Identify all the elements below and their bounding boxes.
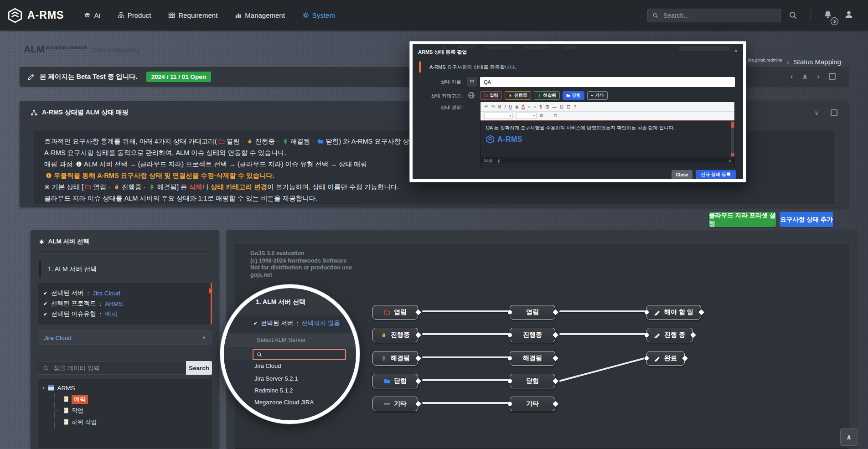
jira-status-node[interactable]: 진행 중 [646,328,693,342]
list-icon[interactable]: ≡ [528,104,531,109]
menu-item-ai[interactable]: Ai [84,11,100,19]
category-node-open[interactable]: 열림 [372,305,418,320]
tree-search-input[interactable] [52,364,181,372]
chip-closed-selected[interactable]: 닫힘 [563,91,584,100]
undo-icon[interactable]: ↶ [484,104,488,109]
scroll-to-top-button[interactable]: ∧ [840,428,858,446]
table-icon[interactable]: ⊞ [540,114,543,118]
collapse-up-icon[interactable]: ∧ [802,72,808,81]
strikethrough-icon[interactable]: S [515,104,518,109]
underline-icon[interactable]: U [509,104,512,109]
statusbar-body-tag[interactable]: body [484,158,492,163]
category-node-closed[interactable]: 닫힘 [372,374,418,388]
link-port-diamond[interactable] [682,356,688,361]
tree-root-arms[interactable]: ▾ ARMS [42,382,207,393]
jira-preset-button[interactable]: 클라우드 지라 프리셋 설정 [709,212,776,227]
brand-logo[interactable]: A-RMS [7,8,64,23]
hr-icon[interactable]: — [552,104,557,109]
align-icon[interactable]: ≡ [534,104,537,109]
mapping-link[interactable] [422,310,510,312]
mapping-link[interactable] [422,402,510,404]
redo-icon[interactable]: ↷ [491,104,495,109]
lens-select-placeholder[interactable]: Select ALM Server [257,336,306,343]
link-port-diamond[interactable] [415,401,421,407]
menu-item-requirement[interactable]: Requirement [168,11,217,19]
menu-item-management[interactable]: Management [235,11,285,19]
link-port-diamond[interactable] [698,310,704,315]
font-color-icon[interactable]: A [522,104,525,109]
tree-item-subtask[interactable]: 하위 작업 [55,416,207,428]
close-icon[interactable]: × [734,47,738,54]
lens-option-megazone[interactable]: Megazone Cloud JIRA [254,397,314,408]
arms-status-node[interactable]: 닫힘 [510,374,555,388]
link-port-circle[interactable] [645,310,649,315]
next-icon[interactable]: › [817,72,819,81]
chip-other[interactable]: −기타 [587,91,608,100]
mapping-link[interactable] [559,310,646,312]
jira-status-node[interactable]: 완료 [646,351,685,366]
chip-progress[interactable]: 진행중 [505,91,531,100]
code-icon[interactable]: ⊡ [554,114,558,118]
editor-toolbar-row1[interactable]: ↶ ↷ B I U S A ≡ ≡ ¶ ⊞ — Ω ⊡ ? [480,102,734,112]
notification-badge[interactable]: 3 [831,17,838,25]
link-port-circle[interactable] [508,333,512,337]
link-port-circle[interactable] [645,356,649,361]
modal-submit-button[interactable]: 신규 상태 등록 [696,170,736,179]
category-node-resolved[interactable]: 해결됨 [372,351,418,366]
link-port-diamond[interactable] [553,401,558,407]
statusbar-p-tag[interactable]: p [498,158,500,163]
lens-option-redmine[interactable]: Redmine 5.1.2 [254,385,293,396]
arms-status-node[interactable]: 해결됨 [510,351,555,366]
tree-expander-icon[interactable]: ▾ [42,386,45,390]
font-family-select[interactable]: ▾ [484,113,513,119]
editor-scrollbar[interactable] [731,121,734,157]
link-port-diamond[interactable] [553,310,558,315]
menu-item-system[interactable]: System [302,11,335,19]
link-port-circle[interactable] [508,356,512,361]
fullscreen-icon[interactable] [829,73,836,80]
link-port-diamond[interactable] [553,378,558,384]
link-port-circle[interactable] [508,402,512,406]
chevron-down-icon[interactable]: ∨ [814,109,819,116]
italic-icon[interactable]: I [504,104,506,109]
bold-icon[interactable]: B [498,104,501,109]
link-port-diamond[interactable] [415,378,421,384]
link-port-circle[interactable] [645,333,649,337]
link-port-diamond[interactable] [415,356,421,361]
tree-search-button[interactable]: Search [186,361,212,375]
add-status-button[interactable]: 요구사항 상태 추가 [780,212,833,227]
link-port-diamond[interactable] [415,332,421,338]
link-port-diamond[interactable] [690,332,696,338]
lens-option-jira-server[interactable]: Jira Server 5.2.1 [254,373,298,384]
tree-item-task[interactable]: 작업 [55,405,207,416]
grid-icon-button[interactable] [467,77,477,87]
arms-status-node[interactable]: 기타 [510,397,555,411]
mapping-link[interactable] [422,333,510,335]
menu-item-product[interactable]: Product [118,11,151,19]
table-icon[interactable]: ⊞ [545,104,549,109]
mapping-link[interactable] [422,379,510,381]
link-port-circle[interactable] [508,310,512,315]
category-node-other[interactable]: 기타 [372,397,418,411]
server-dropdown[interactable]: Jira Cloud ▼ [38,330,212,345]
help-icon[interactable]: ? [574,104,576,109]
expand-icon[interactable] [831,109,837,116]
arms-status-node[interactable]: 열림 [510,305,555,320]
status-name-input[interactable] [480,77,735,87]
modal-close-button[interactable]: Close [672,170,692,179]
chip-resolved[interactable]: 해결됨 [534,91,560,100]
lens-option-jira-cloud[interactable]: Jira Cloud [254,360,281,372]
arms-status-node[interactable]: 진행중 [510,328,555,342]
mapping-link-diagonal[interactable] [559,357,644,382]
user-avatar-icon[interactable] [844,10,853,19]
lens-search-input[interactable] [265,351,342,358]
font-size-select[interactable]: ▾ [516,113,537,119]
jira-status-node[interactable]: 해야 할 일 [646,305,701,320]
mapping-link[interactable] [422,356,510,358]
resize-grip-icon[interactable]: ◢ [728,159,731,162]
tree-item-epic[interactable]: 에픽 [55,393,207,405]
editor-toolbar-row2[interactable]: ▾ ▾ ⊞ — ⊡ [480,112,734,120]
hr-icon[interactable]: — [547,114,551,118]
chip-open[interactable]: 열림 [480,91,502,100]
symbol-icon[interactable]: Ω [560,104,563,109]
